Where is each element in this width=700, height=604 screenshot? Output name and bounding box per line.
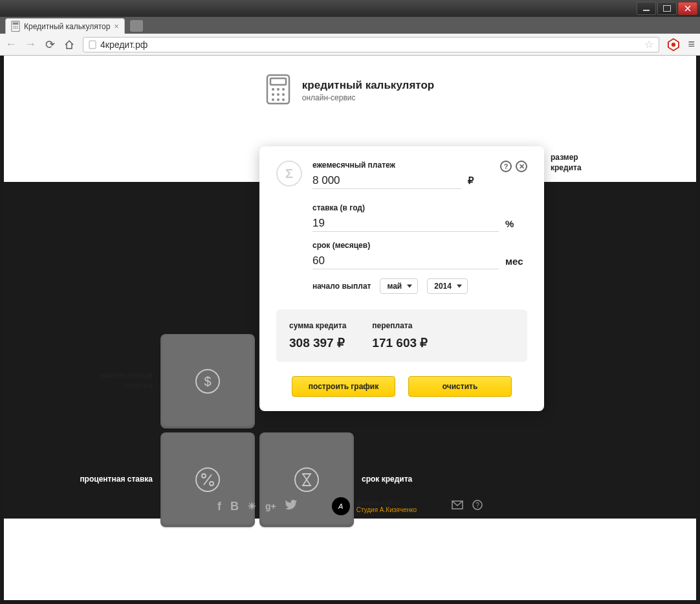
close-icon[interactable]: ✕: [516, 161, 527, 172]
gplus-icon[interactable]: g+: [265, 501, 276, 511]
nav-home-button[interactable]: [63, 39, 75, 50]
rate-tile-label: процентная ставка: [75, 475, 153, 485]
browser-tab[interactable]: Кредитный калькулятор ×: [5, 18, 125, 34]
results-box: сумма кредита 308 397 ₽ переплата 171 60…: [276, 309, 527, 362]
facebook-icon[interactable]: f: [217, 500, 221, 513]
nav-reload-button[interactable]: ⟳: [44, 38, 56, 52]
calculator-panel: Σ ежемесячный платеж ₽ ?: [259, 146, 544, 411]
credit-size-tile-label: размер кредита: [551, 153, 602, 173]
page-subtitle: онлайн-сервис: [302, 93, 434, 102]
design-label: Дизайн сайта: [356, 499, 417, 506]
rate-input[interactable]: [312, 215, 499, 232]
browser-menu-button[interactable]: ≡: [688, 38, 695, 51]
page-footer: f B ✳ g+ A Дизайн сайта Студия А.Кизячен…: [4, 497, 696, 515]
svg-point-18: [282, 93, 285, 96]
window-close-button[interactable]: [678, 2, 697, 15]
ruble-unit: ₽: [468, 175, 490, 186]
browser-tab-strip: Кредитный калькулятор ×: [0, 17, 700, 34]
window-minimize-button[interactable]: [637, 2, 656, 15]
svg-point-14: [277, 88, 279, 91]
monthly-payment-tile[interactable]: ежемесячный платеж $: [160, 334, 255, 429]
term-input[interactable]: [312, 252, 499, 269]
monthly-payment-label: ежемесячный платеж: [312, 161, 490, 170]
month-unit: мес: [505, 256, 527, 267]
svg-point-2: [14, 26, 15, 27]
term-label: срок (месяцев): [312, 241, 527, 250]
svg-point-19: [272, 98, 274, 101]
credit-sum-label: сумма кредита: [289, 321, 346, 330]
build-chart-button[interactable]: построить график: [292, 376, 395, 397]
twitter-icon[interactable]: [285, 500, 297, 513]
svg-point-17: [277, 93, 279, 96]
svg-point-25: [202, 474, 206, 478]
address-bar[interactable]: 4кредит.рф ☆: [83, 37, 659, 52]
svg-point-4: [17, 26, 18, 27]
svg-point-20: [277, 98, 279, 101]
window-titlebar: [0, 0, 700, 17]
page-title: кредитный калькулятор: [302, 79, 434, 92]
monthly-payment-input[interactable]: [312, 172, 461, 189]
svg-point-13: [272, 88, 274, 91]
rate-label: ставка (в год): [312, 203, 527, 212]
dollar-icon: $: [193, 367, 222, 396]
svg-point-7: [17, 27, 18, 28]
studio-logo-icon: A: [332, 497, 350, 515]
svg-point-16: [272, 93, 274, 96]
start-date-label: начало выплат: [312, 282, 371, 291]
svg-point-21: [282, 98, 285, 101]
svg-text:?: ?: [476, 502, 479, 509]
svg-point-3: [15, 26, 16, 27]
clear-button[interactable]: очистить: [408, 376, 512, 397]
nav-back-button[interactable]: ←: [5, 38, 17, 51]
svg-point-10: [672, 42, 675, 46]
percent-icon: [193, 465, 222, 494]
window-maximize-button[interactable]: [657, 2, 677, 15]
calculator-icon: [11, 22, 20, 31]
overpay-value: 171 603 ₽: [372, 335, 428, 350]
term-tile-label: срок кредита: [362, 475, 439, 485]
bookmark-star-icon[interactable]: ☆: [644, 38, 653, 50]
design-studio: Студия А.Кизяченко: [356, 506, 417, 513]
svg-rect-8: [89, 41, 96, 49]
svg-point-6: [15, 27, 16, 28]
design-credit[interactable]: A Дизайн сайта Студия А.Кизяченко: [332, 497, 417, 515]
mail-icon[interactable]: [452, 500, 463, 512]
credit-sum-value: 308 397 ₽: [289, 335, 346, 350]
start-month-select[interactable]: май: [380, 278, 418, 294]
svg-point-15: [282, 88, 285, 91]
monthly-payment-tile-label: ежемесячный платеж: [75, 371, 153, 391]
sigma-icon: Σ: [276, 161, 302, 186]
url-text: 4кредит.рф: [100, 39, 148, 50]
tab-title: Кредитный калькулятор: [24, 22, 110, 31]
svg-line-27: [204, 475, 212, 485]
page-header: кредитный калькулятор онлайн-сервис: [4, 56, 696, 120]
svg-rect-12: [270, 78, 286, 85]
vk-icon[interactable]: B: [230, 500, 239, 513]
svg-text:$: $: [204, 374, 211, 388]
new-tab-button[interactable]: [130, 20, 143, 32]
browser-toolbar: ← → ⟳ 4кредит.рф ☆ ≡: [0, 34, 700, 56]
overpay-label: переплата: [372, 321, 428, 330]
percent-unit: %: [505, 218, 527, 229]
start-year-select[interactable]: 2014: [427, 278, 468, 294]
help-icon[interactable]: ?: [500, 161, 512, 172]
svg-rect-1: [13, 22, 19, 25]
calculator-icon: [266, 74, 290, 107]
help-footer-icon[interactable]: ?: [472, 500, 483, 513]
hourglass-icon: [292, 465, 321, 494]
close-tab-icon[interactable]: ×: [114, 21, 119, 31]
nav-forward-button[interactable]: →: [25, 38, 36, 51]
svg-point-26: [210, 482, 213, 486]
svg-point-5: [14, 27, 15, 28]
ok-icon[interactable]: ✳: [248, 500, 256, 512]
adblock-icon[interactable]: [667, 38, 680, 51]
